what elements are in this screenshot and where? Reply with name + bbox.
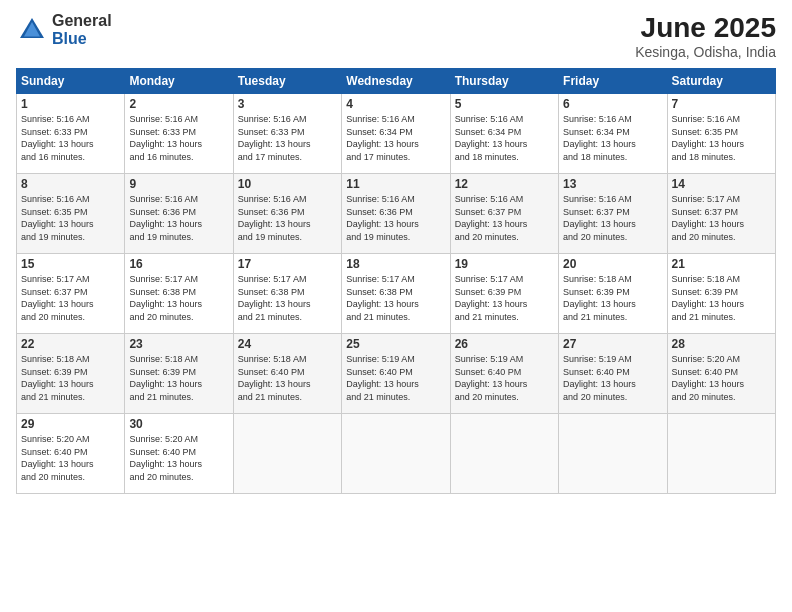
day-info: Sunrise: 5:20 AM Sunset: 6:40 PM Dayligh… [672, 353, 771, 403]
day-number: 14 [672, 177, 771, 191]
calendar-week-2: 8Sunrise: 5:16 AM Sunset: 6:35 PM Daylig… [17, 174, 776, 254]
day-number: 9 [129, 177, 228, 191]
calendar-cell: 30Sunrise: 5:20 AM Sunset: 6:40 PM Dayli… [125, 414, 233, 494]
page: General Blue June 2025 Kesinga, Odisha, … [0, 0, 792, 612]
day-info: Sunrise: 5:16 AM Sunset: 6:34 PM Dayligh… [455, 113, 554, 163]
day-number: 11 [346, 177, 445, 191]
day-number: 20 [563, 257, 662, 271]
calendar-cell: 25Sunrise: 5:19 AM Sunset: 6:40 PM Dayli… [342, 334, 450, 414]
day-info: Sunrise: 5:17 AM Sunset: 6:38 PM Dayligh… [238, 273, 337, 323]
day-info: Sunrise: 5:20 AM Sunset: 6:40 PM Dayligh… [129, 433, 228, 483]
day-header-saturday: Saturday [667, 69, 775, 94]
day-header-tuesday: Tuesday [233, 69, 341, 94]
calendar-cell: 7Sunrise: 5:16 AM Sunset: 6:35 PM Daylig… [667, 94, 775, 174]
header: General Blue June 2025 Kesinga, Odisha, … [16, 12, 776, 60]
day-info: Sunrise: 5:16 AM Sunset: 6:36 PM Dayligh… [346, 193, 445, 243]
calendar-cell: 2Sunrise: 5:16 AM Sunset: 6:33 PM Daylig… [125, 94, 233, 174]
day-info: Sunrise: 5:16 AM Sunset: 6:33 PM Dayligh… [238, 113, 337, 163]
logo-text: General Blue [52, 12, 112, 47]
day-number: 15 [21, 257, 120, 271]
day-number: 1 [21, 97, 120, 111]
calendar-cell: 9Sunrise: 5:16 AM Sunset: 6:36 PM Daylig… [125, 174, 233, 254]
calendar-week-4: 22Sunrise: 5:18 AM Sunset: 6:39 PM Dayli… [17, 334, 776, 414]
calendar-body: 1Sunrise: 5:16 AM Sunset: 6:33 PM Daylig… [17, 94, 776, 494]
calendar-cell: 1Sunrise: 5:16 AM Sunset: 6:33 PM Daylig… [17, 94, 125, 174]
calendar-cell: 17Sunrise: 5:17 AM Sunset: 6:38 PM Dayli… [233, 254, 341, 334]
day-number: 12 [455, 177, 554, 191]
calendar-cell: 23Sunrise: 5:18 AM Sunset: 6:39 PM Dayli… [125, 334, 233, 414]
logo-icon [16, 14, 48, 46]
calendar-cell: 20Sunrise: 5:18 AM Sunset: 6:39 PM Dayli… [559, 254, 667, 334]
day-number: 27 [563, 337, 662, 351]
calendar-cell [667, 414, 775, 494]
day-header-wednesday: Wednesday [342, 69, 450, 94]
day-header-sunday: Sunday [17, 69, 125, 94]
day-number: 16 [129, 257, 228, 271]
calendar-cell: 8Sunrise: 5:16 AM Sunset: 6:35 PM Daylig… [17, 174, 125, 254]
logo-blue: Blue [52, 30, 112, 48]
day-number: 6 [563, 97, 662, 111]
day-number: 21 [672, 257, 771, 271]
day-info: Sunrise: 5:18 AM Sunset: 6:39 PM Dayligh… [563, 273, 662, 323]
calendar-cell: 22Sunrise: 5:18 AM Sunset: 6:39 PM Dayli… [17, 334, 125, 414]
calendar-subtitle: Kesinga, Odisha, India [635, 44, 776, 60]
day-number: 4 [346, 97, 445, 111]
calendar-cell [450, 414, 558, 494]
day-info: Sunrise: 5:16 AM Sunset: 6:34 PM Dayligh… [346, 113, 445, 163]
day-number: 22 [21, 337, 120, 351]
day-number: 8 [21, 177, 120, 191]
day-number: 7 [672, 97, 771, 111]
day-number: 23 [129, 337, 228, 351]
calendar-cell: 18Sunrise: 5:17 AM Sunset: 6:38 PM Dayli… [342, 254, 450, 334]
day-info: Sunrise: 5:17 AM Sunset: 6:38 PM Dayligh… [346, 273, 445, 323]
calendar-week-3: 15Sunrise: 5:17 AM Sunset: 6:37 PM Dayli… [17, 254, 776, 334]
day-info: Sunrise: 5:16 AM Sunset: 6:37 PM Dayligh… [455, 193, 554, 243]
logo: General Blue [16, 12, 112, 47]
calendar-cell: 15Sunrise: 5:17 AM Sunset: 6:37 PM Dayli… [17, 254, 125, 334]
calendar-cell: 13Sunrise: 5:16 AM Sunset: 6:37 PM Dayli… [559, 174, 667, 254]
day-info: Sunrise: 5:16 AM Sunset: 6:33 PM Dayligh… [129, 113, 228, 163]
day-info: Sunrise: 5:16 AM Sunset: 6:33 PM Dayligh… [21, 113, 120, 163]
title-block: June 2025 Kesinga, Odisha, India [635, 12, 776, 60]
calendar-cell: 28Sunrise: 5:20 AM Sunset: 6:40 PM Dayli… [667, 334, 775, 414]
day-number: 10 [238, 177, 337, 191]
day-number: 19 [455, 257, 554, 271]
day-info: Sunrise: 5:17 AM Sunset: 6:38 PM Dayligh… [129, 273, 228, 323]
day-info: Sunrise: 5:16 AM Sunset: 6:36 PM Dayligh… [129, 193, 228, 243]
day-info: Sunrise: 5:16 AM Sunset: 6:34 PM Dayligh… [563, 113, 662, 163]
calendar-cell: 12Sunrise: 5:16 AM Sunset: 6:37 PM Dayli… [450, 174, 558, 254]
day-info: Sunrise: 5:16 AM Sunset: 6:35 PM Dayligh… [21, 193, 120, 243]
calendar-table: SundayMondayTuesdayWednesdayThursdayFrid… [16, 68, 776, 494]
calendar-title: June 2025 [635, 12, 776, 44]
calendar-cell: 4Sunrise: 5:16 AM Sunset: 6:34 PM Daylig… [342, 94, 450, 174]
day-number: 17 [238, 257, 337, 271]
calendar-cell: 3Sunrise: 5:16 AM Sunset: 6:33 PM Daylig… [233, 94, 341, 174]
calendar-cell: 26Sunrise: 5:19 AM Sunset: 6:40 PM Dayli… [450, 334, 558, 414]
day-info: Sunrise: 5:18 AM Sunset: 6:39 PM Dayligh… [672, 273, 771, 323]
day-info: Sunrise: 5:16 AM Sunset: 6:36 PM Dayligh… [238, 193, 337, 243]
calendar-cell: 29Sunrise: 5:20 AM Sunset: 6:40 PM Dayli… [17, 414, 125, 494]
calendar-cell: 14Sunrise: 5:17 AM Sunset: 6:37 PM Dayli… [667, 174, 775, 254]
calendar-week-5: 29Sunrise: 5:20 AM Sunset: 6:40 PM Dayli… [17, 414, 776, 494]
day-info: Sunrise: 5:17 AM Sunset: 6:37 PM Dayligh… [21, 273, 120, 323]
day-number: 2 [129, 97, 228, 111]
day-number: 24 [238, 337, 337, 351]
day-number: 13 [563, 177, 662, 191]
day-header-monday: Monday [125, 69, 233, 94]
day-number: 25 [346, 337, 445, 351]
day-info: Sunrise: 5:16 AM Sunset: 6:37 PM Dayligh… [563, 193, 662, 243]
calendar-cell: 11Sunrise: 5:16 AM Sunset: 6:36 PM Dayli… [342, 174, 450, 254]
day-info: Sunrise: 5:17 AM Sunset: 6:39 PM Dayligh… [455, 273, 554, 323]
day-number: 28 [672, 337, 771, 351]
day-number: 29 [21, 417, 120, 431]
day-header-friday: Friday [559, 69, 667, 94]
day-header-thursday: Thursday [450, 69, 558, 94]
day-info: Sunrise: 5:19 AM Sunset: 6:40 PM Dayligh… [563, 353, 662, 403]
day-info: Sunrise: 5:18 AM Sunset: 6:39 PM Dayligh… [21, 353, 120, 403]
day-number: 3 [238, 97, 337, 111]
calendar-week-1: 1Sunrise: 5:16 AM Sunset: 6:33 PM Daylig… [17, 94, 776, 174]
calendar-cell: 5Sunrise: 5:16 AM Sunset: 6:34 PM Daylig… [450, 94, 558, 174]
calendar-cell: 16Sunrise: 5:17 AM Sunset: 6:38 PM Dayli… [125, 254, 233, 334]
day-info: Sunrise: 5:16 AM Sunset: 6:35 PM Dayligh… [672, 113, 771, 163]
calendar-header-row: SundayMondayTuesdayWednesdayThursdayFrid… [17, 69, 776, 94]
